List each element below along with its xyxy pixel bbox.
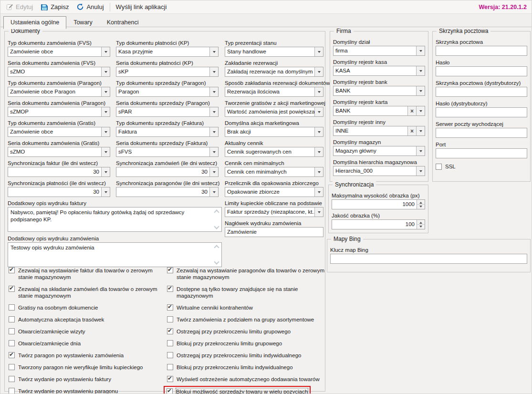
checkbox-automatyczna-akceptacja-trasowek[interactable]: Automatyczna akceptacja trasówek <box>9 316 164 323</box>
checkbox-icon[interactable] <box>167 316 173 322</box>
dropdown-arrow-icon[interactable] <box>314 167 323 176</box>
dodatkowy-opis-wydruku-zamowienia-textarea[interactable]: Testowy opis wydruku zamówienia <box>8 242 222 267</box>
checkbox-gratisy-na-osobnym-dokumencie[interactable]: Gratisy na osobnym dokumencie <box>9 304 164 311</box>
dropdown-arrow-icon[interactable] <box>416 46 425 55</box>
checkbox-ostrzegaj-przy-przekroczeniu-limitu-grupowego[interactable]: ✔Ostrzegaj przy przekroczeniu limitu gru… <box>167 328 324 335</box>
checkbox-icon[interactable] <box>9 376 15 382</box>
limity-kupieckie-obliczane-na-podstawie-combobox[interactable]: Faktur sprzedaży (niezapłacone, kt... <box>225 207 323 217</box>
dropdown-arrow-icon[interactable] <box>101 87 110 96</box>
domyslny-magazyn-combobox[interactable]: Magazyn główny <box>333 146 425 156</box>
checkbox-icon[interactable] <box>9 328 15 334</box>
domyslny-rejestr-karta-combobox[interactable]: BANK× <box>333 106 425 116</box>
checkbox-otwarcie-zamkniecie-dnia[interactable]: Otwarcie/zamknięcie dnia <box>9 340 164 347</box>
scroll-up-icon[interactable] <box>214 245 219 250</box>
dropdown-arrow-icon[interactable] <box>314 127 323 136</box>
dropdown-arrow-icon[interactable] <box>209 187 218 197</box>
dropdown-arrow-icon[interactable] <box>101 47 110 56</box>
typ-dokumentu-platnosci-kp-combobox[interactable]: Kasa przyjmie <box>116 47 219 57</box>
zakladanie-rezerwacji-combobox[interactable]: Zakładaj rezerwacje na domyślnym ... <box>225 67 323 77</box>
checkbox-icon[interactable] <box>9 340 15 346</box>
naglowek-wydruku-zamowienia-input[interactable]: Zamówienie <box>225 227 323 237</box>
domyslny-dzial-combobox[interactable]: firma <box>333 46 425 56</box>
dropdown-arrow-icon[interactable] <box>416 146 425 156</box>
checkbox-icon[interactable] <box>436 164 442 170</box>
seria-dokumentu-sprzedazy-paragon-combobox[interactable]: sPAR <box>116 107 219 117</box>
dropdown-arrow-icon[interactable] <box>314 67 323 76</box>
skrzynka-pocztowa-input[interactable] <box>436 46 527 56</box>
checkbox-tworz-wydanie-po-wystawieniu-paragonu[interactable]: Twórz wydanie po wystawieniu paragonu <box>9 388 164 394</box>
checkbox-icon[interactable] <box>9 304 15 311</box>
synchronizacja-paragonow-ile-dni-wstecz-combobox[interactable]: 30 <box>116 187 219 197</box>
tab-ustawienia-ogolne[interactable]: Ustawienia ogólne <box>3 16 66 29</box>
dropdown-arrow-icon[interactable] <box>314 147 323 156</box>
cancel-button[interactable]: Anuluj <box>73 2 107 12</box>
klucz-map-bing-input[interactable] <box>330 254 527 264</box>
checkbox-icon[interactable] <box>9 364 15 370</box>
checkbox-icon[interactable]: ✔ <box>167 286 173 292</box>
checkbox-otwarcie-zamkniecie-wizyty[interactable]: Otwarcie/zamknięcie wizyty <box>9 328 164 335</box>
jakosc-obrazka-spinner[interactable]: 100 <box>332 219 425 229</box>
spin-down-icon[interactable] <box>417 225 425 229</box>
scroll-up-icon[interactable] <box>214 209 219 215</box>
typ-prezentacji-stanu-combobox[interactable]: Stany handlowe <box>225 47 323 57</box>
dropdown-arrow-icon[interactable] <box>416 66 425 75</box>
checkbox-icon[interactable]: ✔ <box>9 286 15 292</box>
checkbox-icon[interactable]: ✔ <box>9 352 15 358</box>
checkbox-tworz-wydanie-po-wystawieniu-faktury[interactable]: Twórz wydanie po wystawieniu faktury <box>9 376 164 383</box>
haslo-input[interactable] <box>436 66 527 76</box>
seria-dokumentu-sprzedazy-faktura-combobox[interactable]: sFVS <box>116 147 219 157</box>
dropdown-arrow-icon[interactable] <box>416 126 425 135</box>
dropdown-arrow-icon[interactable] <box>209 87 218 96</box>
checkbox-icon[interactable]: ✔ <box>9 267 15 273</box>
aktualny-cennik-combobox[interactable]: Cennik sugerowanych cen <box>225 147 323 157</box>
checkbox-zezwalaj-na-skladanie-zamowien-dla-towarow-o-z[interactable]: ✔Zezwalaj na składanie zamówień dla towa… <box>9 286 164 299</box>
scroll-down-icon[interactable] <box>214 259 219 264</box>
domyslny-rejestr-karta-clear-x-icon[interactable]: × <box>407 106 416 115</box>
checkbox-icon[interactable] <box>167 352 173 358</box>
checkbox-ssl[interactable]: SSL <box>436 163 527 170</box>
dropdown-arrow-icon[interactable] <box>101 187 110 197</box>
dropdown-arrow-icon[interactable] <box>416 86 425 95</box>
typ-dokumentu-zamowienia-fvs-combobox[interactable]: Zamówienie obce <box>8 47 110 57</box>
port-input[interactable] <box>436 148 527 158</box>
dropdown-arrow-icon[interactable] <box>101 167 110 176</box>
checkbox-icon[interactable]: ✔ <box>167 267 173 273</box>
synchronizacja-platnosci-ile-dni-wstecz-combobox[interactable]: 30 <box>8 187 110 197</box>
checkbox-tworz-paragon-po-wystawieniu-zamowienia[interactable]: ✔Twórz paragon po wystawieniu zamówienia <box>9 352 164 359</box>
serwer-poczty-wychodzacej-input[interactable] <box>436 128 527 138</box>
checkbox-icon[interactable]: ✔ <box>167 376 173 382</box>
send-app-link-button[interactable]: Wyślij link aplikacji <box>112 2 171 12</box>
domyslny-rejestr-inny-clear-x-icon[interactable]: × <box>407 126 416 135</box>
domyslny-rejestr-kasa-combobox[interactable]: KASA <box>333 66 425 76</box>
dropdown-arrow-icon[interactable] <box>209 67 218 76</box>
checkbox-icon[interactable]: ✔ <box>167 388 173 394</box>
domyslny-rejestr-inny-combobox[interactable]: INNE× <box>333 126 425 136</box>
scroll-down-icon[interactable] <box>214 224 219 229</box>
dropdown-arrow-icon[interactable] <box>101 147 110 156</box>
checkbox-wirtualne-cenniki-kontrahentow[interactable]: ✔Wirtualne cenniki kontrahentów <box>167 304 324 311</box>
dropdown-arrow-icon[interactable] <box>209 147 218 156</box>
checkbox-icon[interactable] <box>9 388 15 394</box>
spin-buttons[interactable] <box>417 220 425 229</box>
checkbox-wyswietl-ostrzezenie-automatycznego-dodawania-[interactable]: ✔Wyświetl ostrzeżenie automatycznego dod… <box>167 376 324 383</box>
typ-dokumentu-sprzedazy-paragon-combobox[interactable]: Paragon <box>116 87 219 97</box>
seria-dokumentu-zamowienia-paragon-combobox[interactable]: sZMOP <box>8 107 110 117</box>
domyslna-akcja-marketingowa-combobox[interactable]: Brak akcji <box>225 127 323 137</box>
dropdown-arrow-icon[interactable] <box>314 207 323 217</box>
dropdown-arrow-icon[interactable] <box>416 106 425 115</box>
checkbox-blokuj-mozliwosc-sprzedazy-towaru-w-wielu-pozy[interactable]: ✔Blokuj możliwość sprzedaży towaru w wie… <box>164 386 311 394</box>
seria-dokumentu-zamowienia-gratis-combobox[interactable]: sZMO <box>8 147 110 157</box>
spin-up-icon[interactable] <box>417 200 425 205</box>
checkbox-zezwalaj-na-wystawianie-paragonow-dla-towarow-[interactable]: ✔Zezwalaj na wystawianie paragonów dla t… <box>167 267 324 280</box>
spin-down-icon[interactable] <box>417 205 425 209</box>
checkbox-zezwalaj-na-wystawianie-faktur-dla-towarow-o-z[interactable]: ✔Zezwalaj na wystawianie faktur dla towa… <box>9 267 164 280</box>
dropdown-arrow-icon[interactable] <box>101 67 110 76</box>
seria-dokumentu-platnosci-kp-combobox[interactable]: sKP <box>116 67 219 77</box>
checkbox-icon[interactable] <box>9 316 15 322</box>
domyslny-rejestr-bank-combobox[interactable]: BANK <box>333 86 425 96</box>
spin-buttons[interactable] <box>417 200 425 209</box>
checkbox-ostrzegaj-przy-przekroczeniu-limitu-indywidual[interactable]: Ostrzegaj przy przekroczeniu limitu indy… <box>167 352 324 359</box>
dodatkowy-opis-wydruku-faktury-textarea[interactable]: Nabywco, pamiętaj! Po opłaceniu faktury … <box>8 207 222 232</box>
dropdown-arrow-icon[interactable] <box>314 47 323 56</box>
spin-up-icon[interactable] <box>417 220 425 225</box>
